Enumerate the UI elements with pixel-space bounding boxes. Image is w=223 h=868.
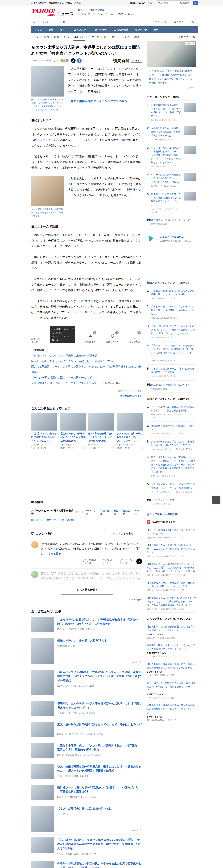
article-title-link[interactable]: 巨人１位指名確実も三井不動産入社「後悔したことは、一度もありません」…慶大ＯＢの… bbox=[57, 764, 142, 773]
web-search-input[interactable] bbox=[157, 2, 180, 4]
related-article-link[interactable]: 長嶋茂雄さんお別れの会、１１月２１日に東京ドームで…ゆかりの品も展示 bbox=[31, 380, 142, 386]
article-title-link[interactable]: 楽天・浅村栄斗が男気発揮「誰も思ってないんで、選手は」とキッパリ bbox=[57, 722, 142, 731]
main-nav-tab[interactable]: ライブ bbox=[57, 26, 70, 33]
ranking-link[interactable]: セゾンファンデックス bbox=[151, 498, 196, 502]
ranking-link[interactable]: 「真のプロフェッショナ…本由伸がダグアウトで見…例”の行動をMLB公式が公…ファ… bbox=[151, 344, 196, 358]
ad-title[interactable]: もう漏れない「はき心地最高の吸水パンツ」｜【65歳以上の男性殺到】尿もれでズボン… bbox=[147, 67, 196, 86]
show-more-link[interactable]: もっと見る bbox=[48, 552, 61, 555]
write-comment-button[interactable]: ✎コメントを書く bbox=[104, 529, 142, 538]
back-to-top-button[interactable]: ↑ bbox=[212, 496, 220, 504]
signup-link[interactable]: 新規取得 bbox=[95, 9, 104, 11]
publisher-logo[interactable]: 讀賣新聞 オンライン bbox=[113, 58, 142, 63]
ranking-link[interactable]: 中日・柳 元モデルの妻が夫の不倫騒動を謝罪 ツーショット投稿「彼は現在（家庭内）… bbox=[151, 146, 182, 164]
article-thumbnail[interactable] bbox=[31, 722, 54, 737]
article-thumbnail[interactable] bbox=[31, 617, 54, 632]
main-nav-tab[interactable]: エキスパート bbox=[71, 26, 92, 33]
ad-label[interactable]: 広告ⓘ × bbox=[132, 829, 141, 831]
mlb-nav-link[interactable]: 個人成績 bbox=[122, 509, 133, 515]
promo-box[interactable]: 未来のノーベル賞研… 京都大学の最先端研究〜…せんか bbox=[147, 233, 196, 245]
category-tab[interactable]: エンタメ bbox=[71, 36, 87, 38]
close-icon[interactable]: × bbox=[139, 661, 141, 663]
close-icon[interactable]: × bbox=[56, 447, 57, 450]
ranking-link[interactable]: 大学日本一をかけた「全…駅伝」 東海地区から出場…溢れるランナーに迫る【… bbox=[151, 440, 196, 447]
close-icon[interactable]: × bbox=[141, 447, 143, 450]
main-nav-tab[interactable]: ランキング bbox=[132, 26, 150, 33]
login-link[interactable]: ログイン bbox=[77, 13, 87, 16]
paid-article-link[interactable]: 【伊原春樹コラム】長野久義が現役生活にピリオド ユニフォ…再び袖を通して巨人を率… bbox=[147, 544, 196, 554]
article-title-link[interactable]: 新幹線ホームに現れた阪神“伝説助っ人”に驚き「コレで帰った!?」「不審者状態」正… bbox=[57, 785, 142, 794]
close-icon[interactable]: × bbox=[84, 447, 86, 450]
category-tab[interactable]: IT bbox=[101, 36, 109, 38]
comment-count[interactable]: 47 bbox=[57, 796, 63, 798]
keyword-search-button[interactable] bbox=[62, 19, 67, 25]
category-tab[interactable]: 科学 bbox=[109, 36, 119, 38]
article-comment-count[interactable]: 9 bbox=[54, 59, 58, 62]
reacted-article-link[interactable]: 伊東勤氏 巨人の来季コーチ人…て浮かんだ疑問「これは球団の…んでしょうけど…」 bbox=[147, 644, 196, 651]
mlb-nav-link[interactable]: チーム bbox=[133, 509, 142, 515]
mypage-link[interactable]: マイページ bbox=[151, 18, 170, 26]
keyword-search-input[interactable] bbox=[31, 19, 62, 25]
article-photo-1[interactable] bbox=[31, 66, 64, 96]
player-link[interactable]: 山本 由伸 bbox=[31, 519, 42, 521]
close-icon[interactable]: × bbox=[139, 852, 141, 855]
reacted-article-link[interactable]: 今季限りで現役引退の本田圭佑…季から古巣の西武で打撃投手と…二の人生 「恩返しを… bbox=[147, 704, 196, 714]
close-icon[interactable]: × bbox=[139, 829, 141, 831]
category-tab[interactable]: 経済 bbox=[62, 36, 71, 38]
comment-count[interactable]: 160 bbox=[57, 754, 64, 756]
ranking-link[interactable]: 地元・瀬戸市のファンも…実を受け止められない」…七冠が「王座」を失い「…2勝2敗… bbox=[151, 456, 196, 474]
comment-count[interactable]: 41 bbox=[57, 852, 63, 855]
more-comments-button[interactable]: もっと見る(9件) bbox=[61, 585, 113, 595]
mlb-nav-link[interactable]: 日程・結果 bbox=[99, 509, 113, 515]
article-title-link[interactable]: 「あ…阪神の田村さんですか？」体ボロボロ37歳で戦力外通告、警察から職務質問も…… bbox=[57, 838, 142, 850]
article-thumbnail[interactable] bbox=[31, 806, 54, 832]
ranking-link[interactable]: 「あまりに酷い」佐々木…回ゲレーロJr.に四球…際…にLA記者憤り「WSの流…か… bbox=[151, 305, 196, 316]
reaction-learned-button[interactable]: 1 学びがある bbox=[83, 333, 98, 343]
sportsnavi-link[interactable]: スポーツナビ MLB 日本人選手出場試合 bbox=[31, 509, 74, 516]
close-icon[interactable]: × bbox=[113, 446, 114, 449]
reaction-new-view-button[interactable]: 3 新しい視点 bbox=[128, 333, 142, 343]
naruhodo-button[interactable]: なるほど4 bbox=[102, 558, 116, 564]
related-article-link[interactable]: 「来年は一軍で活躍を」巨人ファーム日本一ならず bbox=[31, 375, 142, 380]
settings-button[interactable] bbox=[187, 18, 198, 26]
article-title-link[interactable]: 今季限りで現役引退の本田圭佑氏、来季から古巣の西武で打撃投手として第二の人生 「… bbox=[57, 861, 142, 868]
purchase-history-link[interactable]: 購入履歴 bbox=[170, 18, 187, 26]
reacted-article-link[interactable]: 楽天・日当直喜 微増でサイン…は「30登板はしたい。敗戦処…く、同点とか勝ちパタ… bbox=[147, 681, 196, 692]
source-site-link[interactable]: 読売新聞オンライン bbox=[31, 395, 142, 398]
mlb-nav-link[interactable]: 順位表 bbox=[112, 509, 121, 515]
article-photo-2[interactable] bbox=[31, 176, 64, 206]
yahoo-japan-link[interactable]: Yahoo! JAPAN bbox=[130, 2, 146, 4]
topstrip-promo-link[interactable]: だまされないで！ 身近に潜むフェイクニュースの罠 bbox=[31, 2, 81, 4]
mlb-nav-link[interactable]: MLBトップ bbox=[84, 509, 99, 515]
related-article-link[interactable]: 「東京ジャイアンツタウン」国内初の水族館一体型球場 bbox=[31, 353, 142, 359]
ranking-link[interactable]: ドラフト会議も阪神が巨…利!? 巨人関係者が疑問…ソフト戦略 bbox=[151, 367, 196, 374]
player-link[interactable]: 佐々木 朗希 bbox=[62, 519, 75, 521]
article-thumbnail[interactable] bbox=[31, 743, 54, 758]
close-icon[interactable]: × bbox=[139, 797, 141, 800]
share-x-button[interactable]: X bbox=[136, 558, 142, 564]
reacted-article-link[interactable]: 【巨人】Ｇタウン来場者数が通…人に到達「とても光栄。ちょー…ましたけど…」 bbox=[147, 625, 196, 632]
comment-count[interactable]: 124 bbox=[57, 628, 64, 630]
article-thumbnail[interactable] bbox=[31, 785, 54, 800]
paid-article-link[interactable]: 【岡田彰布コラム】異次元の大…こがれたらいかん こんな選手…ないと思うわ 日本代… bbox=[147, 562, 196, 573]
article-thumbnail[interactable] bbox=[184, 126, 196, 135]
article-thumbnail[interactable] bbox=[184, 146, 196, 154]
ranking-link[interactable]: 大谷翔平はギリギリの状態…点滴打って強行出場、米報道「脱水症状気味では…」 bbox=[151, 126, 182, 137]
main-nav-tab[interactable]: オリジナル bbox=[92, 26, 110, 33]
article-thumbnail[interactable] bbox=[31, 701, 54, 716]
help-link[interactable]: ヘルプ bbox=[148, 2, 154, 4]
category-tab[interactable]: 国内 bbox=[41, 36, 52, 38]
empathy-button[interactable]: 共感した25 bbox=[83, 558, 97, 564]
article-title-link[interactable]: 仁義なき争奪戦 虎の「ドクターK」の流出防げるか 今季2完封、驚異の0.81 頭… bbox=[57, 743, 142, 752]
article-title-link[interactable]: 便秘より怖い。「歩き屁」大腸SOSです。 bbox=[57, 639, 142, 643]
read-also-card[interactable]: 【巨人】Ｇタウン秋季キャンプに２５０４人 若手の強化練習は大… スポーツ報知 1… bbox=[60, 413, 86, 449]
article-title-link[interactable]: 「たった1杯のお酒で気絶して…」36歳女性が告白する“異常な体験”。婚約者からの… bbox=[57, 618, 142, 626]
ranking-link[interactable]: 「ピックルボール」競技…で“初”の施設が東京都心…ン 新たな社交場を目指… bbox=[151, 405, 196, 412]
report-article-link[interactable]: 記事に関する報告 bbox=[31, 337, 43, 343]
avatar[interactable] bbox=[31, 541, 38, 548]
related-article-link[interactable]: 巨人の「心のふるさと」はＧタウンへ…声援とどく「４列スタジアム」 bbox=[31, 359, 142, 364]
main-nav-tab[interactable]: トップ bbox=[31, 26, 45, 33]
topics-list-link[interactable]: トピックス一覧 bbox=[176, 36, 198, 38]
search-button[interactable] bbox=[193, 1, 198, 5]
read-also-card[interactable]: ソフトバンク山川 来季に向け大人気の「どすこい」パフォーマ… スポニチアネックス… bbox=[117, 413, 143, 449]
read-also-card[interactable]: 佐々木朗希が安堵「助かったと思った」 ピンチで降板→劇的勝利… Full-Cou… bbox=[88, 413, 114, 449]
